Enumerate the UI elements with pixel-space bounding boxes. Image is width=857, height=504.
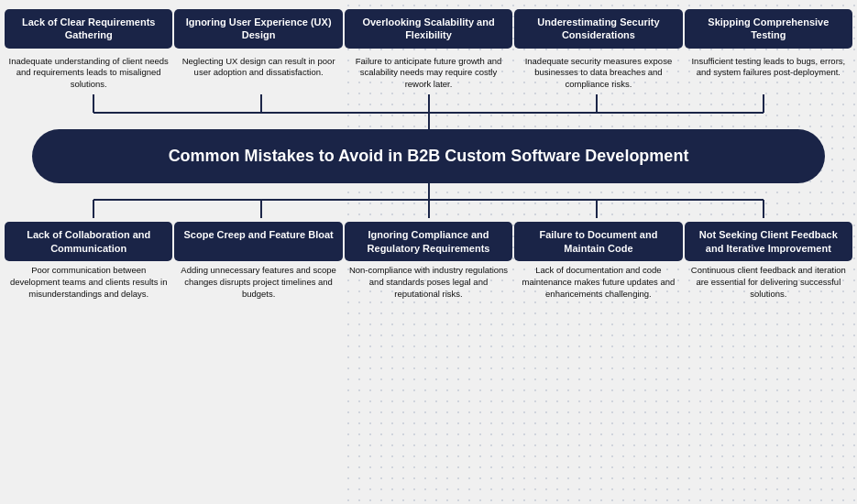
center-title: Common Mistakes to Avoid in B2B Custom S… xyxy=(169,147,689,165)
bottom-connectors xyxy=(9,183,848,218)
box-label: Ignoring Compliance and Regulatory Requi… xyxy=(368,229,490,253)
box-lack-requirements: Lack of Clear Requirements Gathering xyxy=(5,9,172,49)
main-content: Lack of Clear Requirements Gathering Ign… xyxy=(0,0,857,312)
box-label: Lack of Clear Requirements Gathering xyxy=(22,16,156,40)
bottom-boxes-row: Lack of Collaboration and Communication … xyxy=(5,222,852,261)
desc-overlooking-scalability: Failure to anticipate future growth and … xyxy=(345,52,512,94)
top-connectors xyxy=(9,94,848,129)
top-boxes-row: Lack of Clear Requirements Gathering Ign… xyxy=(5,9,852,49)
box-label: Failure to Document and Maintain Code xyxy=(539,229,657,253)
top-desc-row: Inadequate understanding of client needs… xyxy=(5,52,852,94)
box-ignoring-ux: Ignoring User Experience (UX) Design xyxy=(174,9,342,49)
bottom-connector-svg xyxy=(9,183,848,218)
box-label: Not Seeking Client Feedback and Iterativ… xyxy=(699,229,838,253)
box-label: Overlooking Scalability and Flexibility xyxy=(362,16,494,40)
desc-skipping-testing: Insufficient testing leads to bugs, erro… xyxy=(685,52,852,94)
box-label: Lack of Collaboration and Communication xyxy=(27,229,150,253)
desc-failure-document: Lack of documentation and code maintenan… xyxy=(514,261,682,303)
box-label: Ignoring User Experience (UX) Design xyxy=(186,16,332,40)
desc-lack-requirements: Inadequate understanding of client needs… xyxy=(5,52,172,94)
box-ignoring-compliance: Ignoring Compliance and Regulatory Requi… xyxy=(345,222,512,261)
desc-scope-creep: Adding unnecessary features and scope ch… xyxy=(174,261,342,303)
box-overlooking-scalability: Overlooking Scalability and Flexibility xyxy=(345,9,512,49)
box-scope-creep: Scope Creep and Feature Bloat xyxy=(174,222,342,261)
box-label: Scope Creep and Feature Bloat xyxy=(184,229,334,240)
box-label: Underestimating Security Considerations xyxy=(537,16,659,40)
desc-ignoring-compliance: Non-compliance with industry regulations… xyxy=(345,261,512,303)
desc-ignoring-ux: Neglecting UX design can result in poor … xyxy=(174,52,342,94)
box-skipping-testing: Skipping Comprehensive Testing xyxy=(685,9,852,49)
desc-not-seeking-feedback: Continuous client feedback and iteration… xyxy=(685,261,852,303)
box-lack-collaboration: Lack of Collaboration and Communication xyxy=(5,222,172,261)
desc-lack-collaboration: Poor communication between development t… xyxy=(5,261,172,303)
box-not-seeking-feedback: Not Seeking Client Feedback and Iterativ… xyxy=(685,222,852,261)
box-failure-document: Failure to Document and Maintain Code xyxy=(514,222,682,261)
bottom-desc-row: Poor communication between development t… xyxy=(5,261,852,303)
top-connector-svg xyxy=(9,94,848,129)
box-label: Skipping Comprehensive Testing xyxy=(708,16,829,40)
box-underestimating-security: Underestimating Security Considerations xyxy=(514,9,682,49)
center-box: Common Mistakes to Avoid in B2B Custom S… xyxy=(32,129,825,183)
desc-underestimating-security: Inadequate security measures expose busi… xyxy=(514,52,682,94)
